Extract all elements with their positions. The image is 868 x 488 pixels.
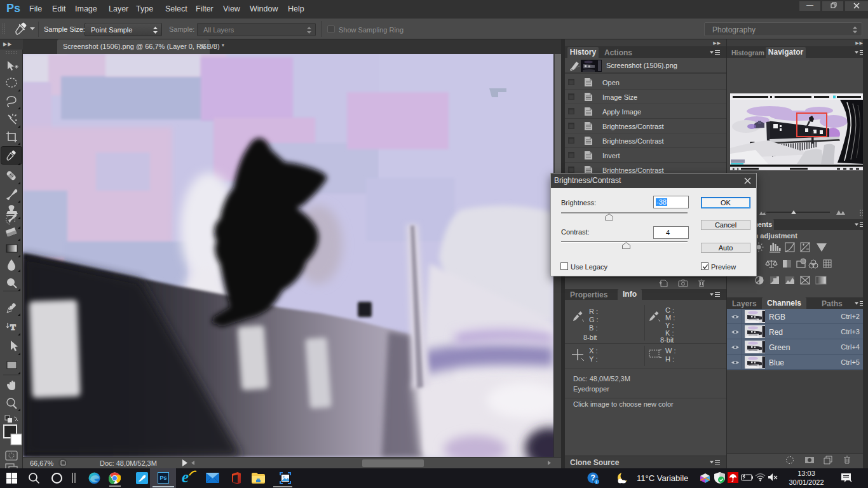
svg-text:T: T: [10, 322, 16, 332]
